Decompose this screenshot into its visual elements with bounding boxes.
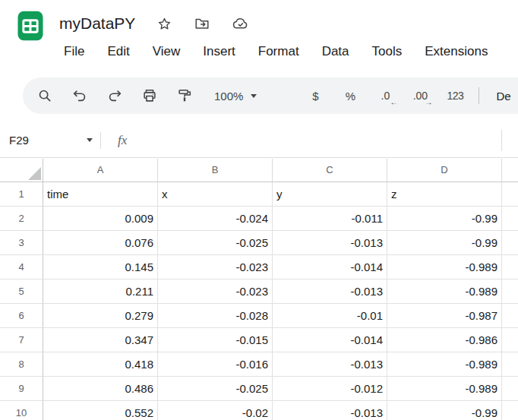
cell-C3[interactable]: -0.013	[273, 231, 387, 255]
cell-E4[interactable]	[502, 255, 518, 279]
undo-icon[interactable]	[67, 83, 93, 109]
percent-format-button[interactable]: %	[337, 83, 363, 109]
search-icon[interactable]	[32, 83, 58, 109]
column-header-a[interactable]: A	[43, 159, 158, 182]
cell-C8[interactable]: -0.013	[273, 352, 387, 377]
menu-extensions[interactable]: Extensions	[413, 39, 499, 64]
sheets-logo-icon[interactable]	[12, 8, 49, 44]
cell-D5[interactable]: -0.989	[387, 279, 502, 304]
zoom-select[interactable]: 100%	[207, 83, 264, 109]
cell-E3[interactable]	[502, 231, 518, 255]
cell-A7[interactable]: 0.347	[43, 328, 158, 352]
cell-A6[interactable]: 0.279	[43, 304, 158, 328]
row-header-3[interactable]: 3	[0, 231, 43, 255]
cell-E5[interactable]	[502, 279, 518, 304]
row-header-1[interactable]: 1	[0, 182, 43, 207]
cell-D7[interactable]: -0.986	[387, 328, 502, 352]
cell-D4[interactable]: -0.989	[387, 255, 502, 279]
cell-D10[interactable]: -0.99	[387, 401, 502, 420]
cell-B3[interactable]: -0.025	[158, 231, 273, 255]
move-to-folder-icon[interactable]	[193, 14, 211, 33]
cell-D2[interactable]: -0.99	[387, 207, 502, 231]
cell-E8[interactable]	[502, 352, 518, 377]
star-icon[interactable]	[155, 14, 173, 33]
menu-bar: FileEditViewInsertFormatDataToolsExtensi…	[52, 39, 499, 64]
row-header-2[interactable]: 2	[0, 207, 43, 231]
cell-C4[interactable]: -0.014	[273, 255, 387, 279]
cell-C10[interactable]: -0.013	[273, 401, 387, 420]
cell-E6[interactable]	[502, 304, 518, 328]
menu-data[interactable]: Data	[311, 39, 361, 64]
cell-D6[interactable]: -0.987	[387, 304, 502, 328]
cell-C9[interactable]: -0.012	[273, 377, 387, 401]
sheets-logo-glyph	[14, 9, 47, 43]
cell-B5[interactable]: -0.023	[158, 279, 273, 304]
cell-E1[interactable]	[502, 182, 518, 207]
title-row: myDataPY	[59, 12, 499, 35]
cell-B9[interactable]: -0.025	[158, 377, 273, 401]
column-header-c[interactable]: C	[273, 159, 387, 182]
menu-edit[interactable]: Edit	[96, 39, 141, 64]
column-header-e[interactable]: E	[502, 159, 518, 182]
cell-B1[interactable]: x	[158, 182, 273, 207]
cell-B2[interactable]: -0.024	[158, 207, 273, 231]
select-all-corner[interactable]	[0, 159, 43, 182]
paint-format-icon[interactable]	[172, 83, 197, 109]
cell-C7[interactable]: -0.014	[273, 328, 387, 352]
grid-header-row: ABCDE	[0, 159, 518, 182]
cell-B8[interactable]: -0.016	[158, 352, 273, 377]
cell-B6[interactable]: -0.028	[158, 304, 273, 328]
cell-A8[interactable]: 0.418	[43, 352, 158, 377]
cell-E9[interactable]	[502, 377, 518, 401]
menu-view[interactable]: View	[141, 39, 192, 64]
cell-D1[interactable]: z	[387, 182, 502, 207]
cell-A10[interactable]: 0.552	[43, 401, 158, 420]
row-header-10[interactable]: 10	[0, 401, 43, 420]
cell-A4[interactable]: 0.145	[43, 255, 158, 279]
cell-C5[interactable]: -0.013	[273, 279, 387, 304]
number-format-button[interactable]: 123	[442, 83, 468, 109]
row-header-6[interactable]: 6	[0, 304, 43, 328]
cell-A3[interactable]: 0.076	[43, 231, 158, 255]
column-header-d[interactable]: D	[387, 159, 502, 182]
cell-C1[interactable]: y	[273, 182, 387, 207]
cell-D8[interactable]: -0.989	[387, 352, 502, 377]
cell-D9[interactable]: -0.989	[387, 377, 502, 401]
cell-B10[interactable]: -0.02	[158, 401, 273, 420]
menu-format[interactable]: Format	[247, 39, 311, 64]
chevron-down-icon	[87, 138, 93, 142]
cell-E7[interactable]	[502, 328, 518, 352]
cell-B7[interactable]: -0.015	[158, 328, 273, 352]
currency-format-button[interactable]: $	[302, 83, 328, 109]
column-header-b[interactable]: B	[158, 159, 273, 182]
cell-C6[interactable]: -0.01	[273, 304, 387, 328]
menu-insert[interactable]: Insert	[191, 39, 247, 64]
cell-A2[interactable]: 0.009	[43, 207, 158, 231]
document-title[interactable]: myDataPY	[59, 14, 135, 33]
print-icon[interactable]	[137, 83, 163, 109]
row-header-9[interactable]: 9	[0, 377, 43, 401]
cell-A5[interactable]: 0.211	[43, 279, 158, 304]
arrow-left-icon: ←	[390, 99, 397, 106]
row-header-5[interactable]: 5	[0, 279, 43, 304]
row-header-4[interactable]: 4	[0, 255, 43, 279]
cell-A1[interactable]: time	[43, 182, 158, 207]
row-header-7[interactable]: 7	[0, 328, 43, 352]
redo-icon[interactable]	[102, 83, 128, 109]
cell-B4[interactable]: -0.023	[158, 255, 273, 279]
cell-E10[interactable]	[502, 401, 518, 420]
formula-input[interactable]	[127, 123, 518, 157]
font-family-select[interactable]: De	[490, 90, 516, 103]
decrease-decimal-label: .0	[381, 90, 390, 102]
row-header-8[interactable]: 8	[0, 352, 43, 377]
decrease-decimal-button[interactable]: .0 ←	[372, 83, 398, 109]
cell-A9[interactable]: 0.486	[43, 377, 158, 401]
menu-file[interactable]: File	[52, 39, 96, 64]
cell-C2[interactable]: -0.011	[273, 207, 387, 231]
name-box[interactable]: F29	[0, 123, 100, 157]
cell-D3[interactable]: -0.99	[387, 231, 502, 255]
menu-tools[interactable]: Tools	[361, 39, 414, 64]
cell-E2[interactable]	[502, 207, 518, 231]
increase-decimal-button[interactable]: .00 →	[407, 83, 433, 109]
cloud-save-status-icon[interactable]	[231, 14, 249, 33]
